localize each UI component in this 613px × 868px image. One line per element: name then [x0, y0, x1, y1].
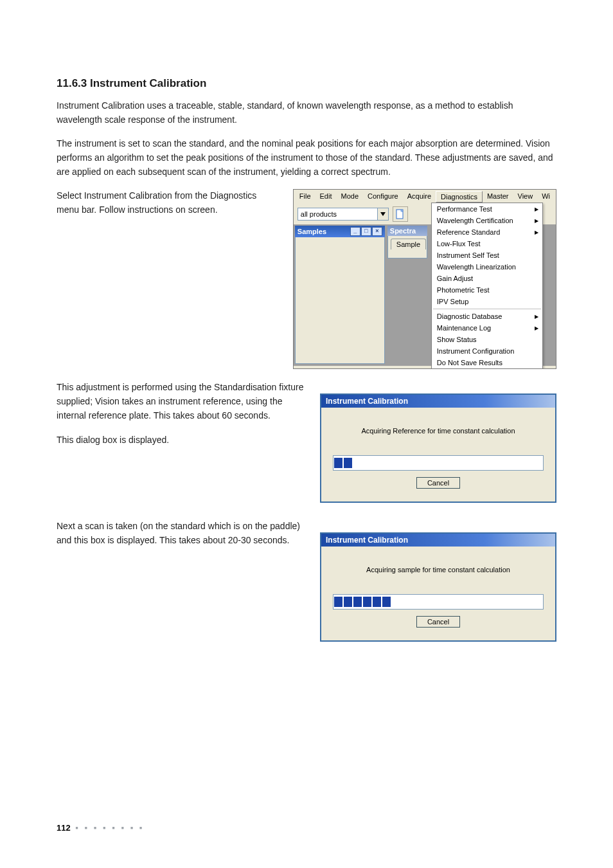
- minimize-icon[interactable]: _: [350, 227, 360, 236]
- section-heading: 11.6.3 Instrument Calibration: [57, 77, 556, 90]
- dialog2-cancel-button[interactable]: Cancel: [416, 616, 460, 628]
- menu-mode[interactable]: Mode: [337, 191, 364, 203]
- paragraph-2: The instrument is set to scan the standa…: [57, 137, 556, 179]
- dd-performance-test[interactable]: Performance Test: [432, 203, 542, 215]
- close-icon[interactable]: ×: [372, 227, 382, 236]
- dialog1-cancel-button[interactable]: Cancel: [416, 477, 460, 489]
- paragraph-3: Select Instrument Calibration from the D…: [57, 189, 281, 217]
- paragraph-6: Next a scan is taken (on the standard wh…: [57, 520, 308, 547]
- progress-segment: [334, 597, 342, 607]
- menu-file[interactable]: File: [295, 191, 315, 203]
- dd-diag-database[interactable]: Diagnostic Database: [432, 311, 542, 322]
- progress-segment: [373, 597, 381, 607]
- dd-instr-config[interactable]: Instrument Configuration: [432, 345, 542, 357]
- progress-segment: [334, 458, 342, 468]
- dd-reference-standard[interactable]: Reference Standard: [432, 226, 542, 238]
- dd-self-test[interactable]: Instrument Self Test: [432, 249, 542, 261]
- dialog2-progress: [333, 594, 544, 610]
- dd-show-status[interactable]: Show Status: [432, 334, 542, 345]
- dd-no-save[interactable]: Do Not Save Results: [432, 357, 542, 368]
- page-number: 112: [57, 823, 71, 833]
- dialog1-progress: [333, 455, 544, 471]
- dd-separator: [433, 309, 541, 309]
- spectra-window-title[interactable]: Spectra: [387, 226, 427, 236]
- spectra-title-text: Spectra: [390, 227, 416, 235]
- progress-segment: [382, 597, 391, 607]
- menubar: File Edit Mode Configure Acquire Diagnos…: [294, 190, 556, 204]
- dd-instr-calibration[interactable]: Instrument Calibration: [432, 368, 542, 369]
- menu-acquire[interactable]: Acquire: [403, 191, 436, 203]
- dialog1-title: Instrument Calibration: [321, 395, 555, 408]
- products-combo[interactable]: all products: [298, 208, 389, 221]
- sample-tab[interactable]: Sample: [391, 239, 426, 249]
- samples-window-title[interactable]: Samples _ □ ×: [295, 226, 385, 237]
- samples-title-text: Samples: [298, 228, 326, 235]
- progress-segment: [344, 597, 352, 607]
- products-combo-value: all products: [298, 210, 377, 219]
- menu-master[interactable]: Master: [483, 191, 513, 203]
- dd-maint-log[interactable]: Maintenance Log: [432, 322, 542, 334]
- dialog1-message: Acquiring Reference for time constant ca…: [333, 427, 544, 435]
- dd-low-flux[interactable]: Low-Flux Test: [432, 238, 542, 249]
- dd-wavelength-lin[interactable]: Wavelength Linearization: [432, 261, 542, 273]
- paragraph-5: This dialog box is displayed.: [57, 433, 308, 448]
- footer-dots: ▪ ▪ ▪ ▪ ▪ ▪ ▪ ▪: [75, 823, 144, 833]
- dialog2-title: Instrument Calibration: [321, 534, 555, 547]
- menu-view[interactable]: View: [513, 191, 538, 203]
- dialog2-message: Acquiring sample for time constant calcu…: [333, 566, 544, 574]
- dropdown-arrow-icon[interactable]: [377, 208, 388, 220]
- dialog-acquiring-sample: Instrument Calibration Acquiring sample …: [320, 532, 556, 642]
- app-window: File Edit Mode Configure Acquire Diagnos…: [293, 189, 556, 369]
- menu-configure[interactable]: Configure: [363, 191, 403, 203]
- progress-segment: [344, 458, 352, 468]
- new-document-icon[interactable]: [393, 206, 408, 222]
- paragraph-1: Instrument Calibration uses a traceable,…: [57, 99, 556, 127]
- dialog-acquiring-reference: Instrument Calibration Acquiring Referen…: [320, 393, 556, 503]
- menu-edit[interactable]: Edit: [315, 191, 337, 203]
- diagnostics-dropdown: Performance Test Wavelength Certificatio…: [431, 203, 543, 369]
- dd-photometric[interactable]: Photometric Test: [432, 284, 542, 296]
- dd-gain-adjust[interactable]: Gain Adjust: [432, 273, 542, 284]
- menu-diagnostics[interactable]: Diagnostics: [436, 191, 483, 203]
- maximize-icon[interactable]: □: [361, 227, 371, 236]
- progress-segment: [353, 597, 362, 607]
- progress-segment: [363, 597, 371, 607]
- page-footer: 112 ▪ ▪ ▪ ▪ ▪ ▪ ▪ ▪: [57, 823, 144, 833]
- paragraph-4: This adjustment is performed using the S…: [57, 381, 308, 422]
- menu-wi[interactable]: Wi: [537, 191, 555, 203]
- dd-ipv-setup[interactable]: IPV Setup: [432, 296, 542, 307]
- dd-wavelength-cert[interactable]: Wavelength Certification: [432, 215, 542, 226]
